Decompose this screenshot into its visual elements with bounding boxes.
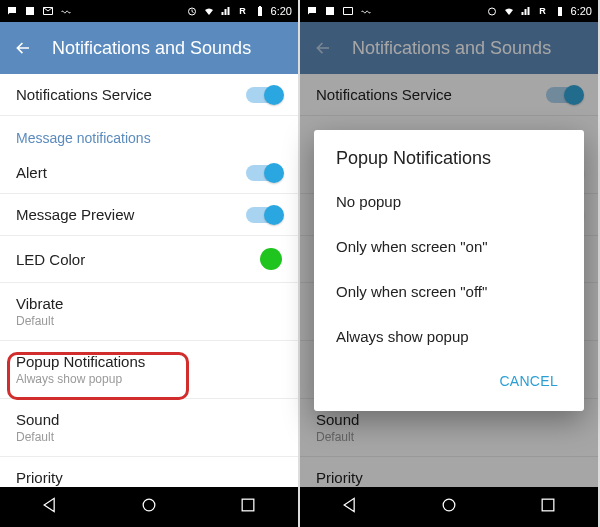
label: Priority: [16, 469, 282, 486]
status-time: 6:20: [571, 5, 592, 17]
row-alert[interactable]: Alert: [0, 152, 298, 194]
label: Popup Notifications: [16, 353, 282, 370]
dialog-option-always[interactable]: Always show popup: [314, 314, 584, 359]
alarm-icon: [186, 5, 198, 17]
nav-home-icon[interactable]: [439, 495, 459, 519]
row-sound[interactable]: Sound Default: [0, 399, 298, 457]
alarm-icon: [486, 5, 498, 17]
label: Vibrate: [16, 295, 282, 312]
phone-right: R 6:20 Notifications and Sounds Notifica…: [300, 0, 600, 527]
svg-point-1: [143, 499, 155, 511]
svg-rect-2: [242, 499, 254, 511]
cancel-button[interactable]: CANCEL: [489, 365, 568, 397]
mail-icon: [342, 5, 354, 17]
value: Default: [16, 430, 282, 444]
speech-icon: [306, 5, 318, 17]
label: Sound: [16, 411, 282, 428]
wifi-icon: [203, 5, 215, 17]
signal-icon: [520, 5, 532, 17]
wifi-icon: [503, 5, 515, 17]
dialog-title: Popup Notifications: [314, 148, 584, 179]
value: Always show popup: [16, 372, 282, 386]
signal-icon: [220, 5, 232, 17]
system-nav-bar: [0, 487, 298, 527]
led-color-dot: [260, 248, 282, 270]
dialog-option-no-popup[interactable]: No popup: [314, 179, 584, 224]
popup-notifications-dialog: Popup Notifications No popup Only when s…: [314, 130, 584, 411]
label: Notifications Service: [16, 86, 152, 103]
section-header-message: Message notifications: [0, 116, 298, 152]
row-popup-notifications[interactable]: Popup Notifications Always show popup: [0, 341, 298, 399]
svg-rect-5: [542, 499, 554, 511]
settings-list: Notifications Service Message notificati…: [0, 74, 298, 487]
row-vibrate[interactable]: Vibrate Default: [0, 283, 298, 341]
toggle-notifications-service[interactable]: [246, 87, 282, 103]
toggle-message-preview[interactable]: [246, 207, 282, 223]
system-nav-bar: [300, 487, 598, 527]
nav-back-icon[interactable]: [40, 495, 60, 519]
label: Alert: [16, 164, 47, 181]
label: LED Color: [16, 251, 85, 268]
back-icon[interactable]: [14, 39, 32, 57]
battery-icon: [254, 5, 266, 17]
nav-recents-icon[interactable]: [238, 495, 258, 519]
status-time: 6:20: [271, 5, 292, 17]
wave-icon: [360, 5, 372, 17]
battery-icon: [554, 5, 566, 17]
svg-point-3: [488, 8, 495, 15]
row-message-preview[interactable]: Message Preview: [0, 194, 298, 236]
row-led-color[interactable]: LED Color: [0, 236, 298, 283]
speech-icon: [6, 5, 18, 17]
status-bar: R 6:20: [300, 0, 598, 22]
network-icon: R: [237, 5, 249, 17]
status-bar: R 6:20: [0, 0, 298, 22]
wave-icon: [60, 5, 72, 17]
label: Message Preview: [16, 206, 134, 223]
dialog-option-screen-off[interactable]: Only when screen "off": [314, 269, 584, 314]
value: Default: [16, 314, 282, 328]
image-icon: [324, 5, 336, 17]
nav-recents-icon[interactable]: [538, 495, 558, 519]
nav-home-icon[interactable]: [139, 495, 159, 519]
row-priority[interactable]: Priority High: [0, 457, 298, 487]
page-title: Notifications and Sounds: [52, 38, 251, 59]
image-icon: [24, 5, 36, 17]
network-icon: R: [537, 5, 549, 17]
toggle-alert[interactable]: [246, 165, 282, 181]
app-bar: Notifications and Sounds: [0, 22, 298, 74]
dialog-option-screen-on[interactable]: Only when screen "on": [314, 224, 584, 269]
nav-back-icon[interactable]: [340, 495, 360, 519]
row-notifications-service[interactable]: Notifications Service: [0, 74, 298, 116]
mail-icon: [42, 5, 54, 17]
phone-left: R 6:20 Notifications and Sounds Notifica…: [0, 0, 300, 527]
svg-point-4: [443, 499, 455, 511]
